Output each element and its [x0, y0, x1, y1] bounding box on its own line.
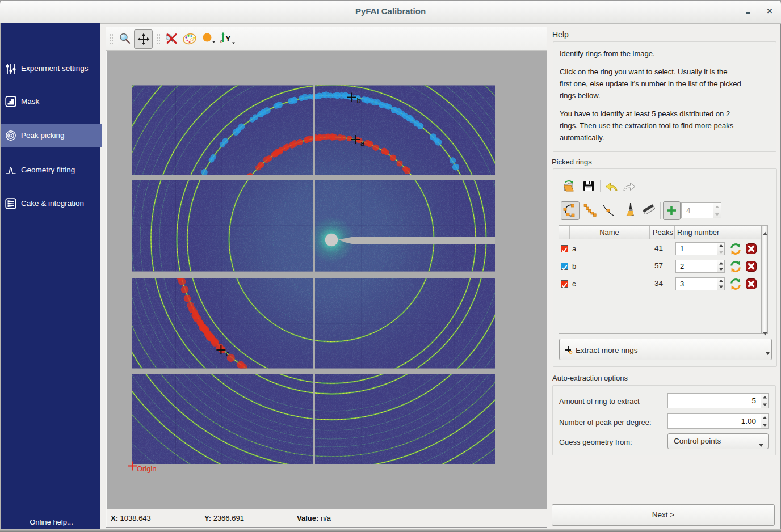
svg-text:c: c	[226, 349, 230, 358]
svg-text:Origin: Origin	[137, 465, 157, 473]
svg-text:b: b	[357, 96, 361, 105]
svg-text:0: 0	[220, 40, 222, 44]
svg-text:Y: Y	[225, 34, 231, 43]
svg-text:a: a	[360, 139, 365, 147]
